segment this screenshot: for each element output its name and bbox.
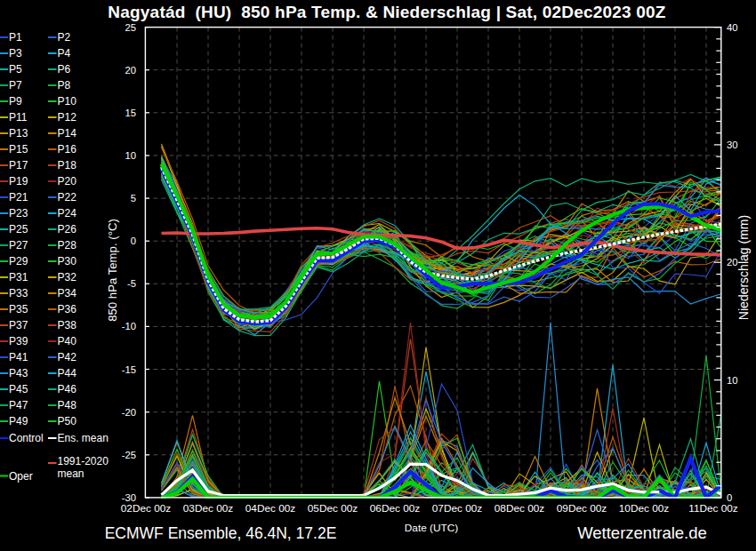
svg-text:P28: P28 (58, 239, 77, 252)
svg-text:P23: P23 (9, 207, 28, 220)
svg-text:P35: P35 (9, 303, 28, 315)
svg-text:03Dec 00z: 03Dec 00z (183, 502, 233, 515)
svg-text:Control: Control (9, 432, 44, 444)
svg-text:P31: P31 (9, 271, 28, 283)
svg-text:10: 10 (125, 150, 136, 161)
svg-text:P21: P21 (9, 191, 28, 204)
svg-text:P10: P10 (58, 95, 77, 108)
svg-text:-5: -5 (127, 278, 136, 289)
svg-text:P16: P16 (58, 143, 77, 156)
svg-text:P15: P15 (9, 143, 28, 156)
svg-text:P18: P18 (58, 159, 77, 172)
svg-text:P5: P5 (9, 63, 22, 76)
svg-text:1991-2020: 1991-2020 (58, 455, 109, 467)
svg-text:P45: P45 (9, 383, 28, 395)
svg-text:Nagyatád (HU) 850 hPa Temp.: Nagyatád (HU) 850 hPa Temp. & Niederschl… (108, 3, 665, 21)
svg-text:P39: P39 (9, 335, 28, 347)
svg-text:P2: P2 (58, 31, 71, 44)
svg-text:07Dec 00z: 07Dec 00z (432, 502, 482, 515)
svg-text:08Dec 00z: 08Dec 00z (495, 502, 544, 515)
svg-text:P42: P42 (58, 351, 77, 363)
svg-text:11Dec 00z: 11Dec 00z (688, 502, 738, 515)
svg-text:mean: mean (58, 467, 84, 480)
svg-text:P7: P7 (9, 79, 22, 92)
svg-text:P26: P26 (58, 223, 77, 236)
svg-text:20: 20 (125, 65, 136, 76)
svg-text:P30: P30 (58, 255, 77, 268)
svg-text:10: 10 (727, 375, 738, 386)
svg-text:30: 30 (727, 140, 738, 150)
svg-text:-20: -20 (122, 407, 136, 418)
svg-text:P8: P8 (58, 79, 71, 92)
svg-text:P20: P20 (58, 175, 77, 188)
svg-text:P22: P22 (58, 191, 77, 204)
svg-text:09Dec 00z: 09Dec 00z (557, 502, 607, 515)
svg-text:P43: P43 (9, 367, 28, 379)
svg-text:0: 0 (131, 236, 136, 246)
svg-text:P38: P38 (58, 319, 77, 331)
svg-text:P17: P17 (9, 159, 28, 172)
svg-text:10Dec 00z: 10Dec 00z (619, 502, 669, 515)
svg-text:P49: P49 (9, 415, 28, 427)
svg-text:P40: P40 (58, 335, 77, 347)
svg-text:Wetterzentrale.de: Wetterzentrale.de (577, 523, 707, 542)
svg-text:P13: P13 (9, 127, 28, 140)
svg-text:-25: -25 (122, 450, 136, 460)
svg-text:5: 5 (131, 193, 136, 204)
svg-text:Niederschlag (mm): Niederschlag (mm) (736, 215, 751, 320)
svg-text:Oper: Oper (9, 470, 33, 483)
svg-text:06Dec 00z: 06Dec 00z (370, 502, 420, 515)
svg-text:05Dec 00z: 05Dec 00z (308, 502, 358, 515)
svg-text:P36: P36 (58, 303, 77, 315)
svg-text:Ens. mean: Ens. mean (58, 432, 109, 444)
svg-text:P32: P32 (58, 271, 77, 283)
svg-text:P33: P33 (9, 287, 28, 299)
svg-text:15: 15 (125, 108, 136, 118)
svg-text:Date (UTC): Date (UTC) (405, 522, 458, 534)
svg-text:04Dec 00z: 04Dec 00z (245, 502, 295, 515)
svg-text:P25: P25 (9, 223, 28, 236)
svg-text:P48: P48 (58, 399, 77, 411)
svg-text:P24: P24 (58, 207, 77, 220)
svg-text:P34: P34 (58, 287, 77, 299)
svg-text:02Dec 00z: 02Dec 00z (121, 502, 171, 515)
svg-text:P50: P50 (58, 415, 77, 427)
svg-text:P6: P6 (58, 63, 71, 76)
svg-text:P1: P1 (9, 31, 22, 44)
svg-text:P19: P19 (9, 175, 28, 188)
svg-text:ECMWF Ensemble, 46.4N, 17.2E: ECMWF Ensemble, 46.4N, 17.2E (105, 524, 337, 542)
svg-text:P4: P4 (58, 47, 71, 60)
svg-text:P9: P9 (9, 95, 22, 108)
svg-text:P41: P41 (9, 351, 28, 363)
svg-text:P44: P44 (58, 367, 77, 379)
svg-text:P27: P27 (9, 239, 28, 252)
svg-text:P47: P47 (9, 399, 28, 411)
svg-text:P29: P29 (9, 255, 28, 268)
svg-text:40: 40 (727, 22, 738, 33)
svg-text:-10: -10 (122, 321, 136, 331)
svg-text:25: 25 (125, 22, 136, 33)
svg-text:P46: P46 (58, 383, 77, 395)
svg-text:P3: P3 (9, 47, 22, 60)
svg-text:P12: P12 (58, 111, 77, 124)
svg-text:850 hPa Temp. (°C): 850 hPa Temp. (°C) (106, 219, 119, 322)
svg-text:P11: P11 (9, 111, 28, 124)
svg-text:-15: -15 (122, 364, 136, 375)
svg-text:P14: P14 (58, 127, 77, 140)
svg-text:P37: P37 (9, 319, 28, 331)
